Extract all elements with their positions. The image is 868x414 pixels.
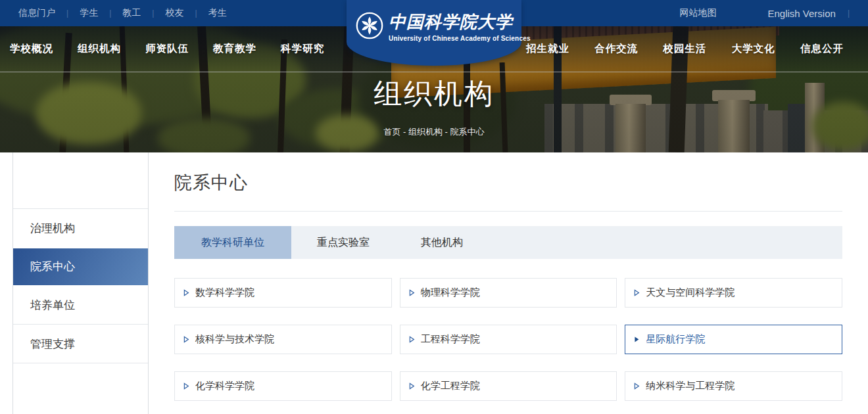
topbar-link[interactable]: 校友 [165,7,183,19]
sidebar-item[interactable]: 培养单位 [13,286,148,325]
department-label: 星际航行学院 [646,333,705,346]
divider [174,211,842,212]
department-card[interactable]: 数学科学学院 [174,278,392,308]
topbar-link[interactable]: 教工 [122,7,141,19]
department-card[interactable]: 化学科学学院 [174,371,392,401]
triangle-bullet-icon [634,336,640,343]
department-card[interactable]: 工程科学学院 [400,325,617,354]
triangle-bullet-icon [409,336,415,343]
content-area: 治理机构院系中心培养单位管理支撑 院系中心 教学科研单位重点实验室其他机构 数学… [0,152,868,414]
sidebar-spacer [13,152,148,209]
nav-item[interactable]: 教育教学 [213,42,256,56]
sidebar-item[interactable]: 管理支撑 [13,325,148,363]
tab-teaching-research[interactable]: 教学科研单位 [174,226,291,259]
breadcrumb[interactable]: 首页 - 组织机构 - 院系中心 [0,126,868,138]
separator: | [152,9,154,18]
separator: | [848,9,850,18]
department-card[interactable]: 化学工程学院 [400,371,617,401]
topbar-links: 信息门户|学生|教工|校友|考生 [18,7,227,19]
english-version-link[interactable]: English Version [767,8,835,19]
department-label: 数学科学学院 [195,287,254,299]
nav-item[interactable]: 信息公开 [800,42,844,56]
triangle-bullet-icon [183,289,189,296]
main-nav-right: 招生就业合作交流校园生活大学文化信息公开 [526,42,844,56]
sidebar: 治理机构院系中心培养单位管理支撑 [12,152,149,414]
department-label: 化学工程学院 [421,380,480,392]
department-label: 天文与空间科学学院 [646,287,735,299]
nav-item[interactable]: 科学研究 [281,42,324,56]
department-label: 核科学与技术学院 [195,333,274,346]
nav-item[interactable]: 招生就业 [526,42,569,56]
nav-item[interactable]: 校园生活 [663,42,707,56]
department-card[interactable]: 星际航行学院 [625,325,842,354]
university-name-en: University of Chinese Academy of Science… [389,35,531,42]
triangle-bullet-icon [183,382,189,390]
university-logo[interactable]: 中国科学院大学 University of Chinese Academy of… [347,0,521,66]
triangle-bullet-icon [183,336,189,343]
topbar-right: 网站地图 English Version | [679,7,850,19]
department-card[interactable]: 纳米科学与工程学院 [625,371,842,401]
tab-bar: 教学科研单位重点实验室其他机构 [174,226,842,259]
department-grid: 数学科学学院物理科学学院天文与空间科学学院核科学与技术学院工程科学学院星际航行学… [174,278,842,401]
triangle-bullet-icon [409,289,415,296]
main-panel: 院系中心 教学科研单位重点实验室其他机构 数学科学学院物理科学学院天文与空间科学… [174,152,842,401]
topbar-link[interactable]: 学生 [80,7,98,19]
tab-other-orgs[interactable]: 其他机构 [395,226,489,259]
page-title: 院系中心 [174,171,842,195]
sitemap-link[interactable]: 网站地图 [679,7,716,19]
triangle-bullet-icon [634,382,640,390]
department-label: 物理科学学院 [421,287,480,299]
department-label: 化学科学学院 [195,380,254,392]
separator: | [195,9,197,18]
department-label: 纳米科学与工程学院 [646,380,735,392]
main-nav-left: 学校概况组织机构师资队伍教育教学科学研究 [10,42,324,56]
department-card[interactable]: 核科学与技术学院 [174,325,392,354]
sidebar-item[interactable]: 治理机构 [13,209,148,248]
department-label: 工程科学学院 [421,333,480,346]
nav-item[interactable]: 大学文化 [732,42,775,56]
triangle-bullet-icon [409,382,415,390]
tab-key-labs[interactable]: 重点实验室 [291,226,395,259]
university-emblem-icon [356,12,383,39]
topbar-link[interactable]: 信息门户 [18,7,55,19]
triangle-bullet-icon [634,289,640,296]
page-banner-title: 组织机构 [0,75,868,113]
nav-item[interactable]: 组织机构 [78,42,121,56]
separator: | [66,9,68,18]
department-card[interactable]: 天文与空间科学学院 [625,278,842,308]
university-name-zh: 中国科学院大学 [389,11,531,33]
topbar-link[interactable]: 考生 [208,7,227,19]
university-name: 中国科学院大学 University of Chinese Academy of… [389,11,531,42]
nav-item[interactable]: 合作交流 [594,42,638,56]
nav-item[interactable]: 学校概况 [10,42,53,56]
separator: | [109,9,111,18]
department-card[interactable]: 物理科学学院 [400,278,617,308]
nav-item[interactable]: 师资队伍 [145,42,189,56]
sidebar-item[interactable]: 院系中心 [13,248,148,285]
